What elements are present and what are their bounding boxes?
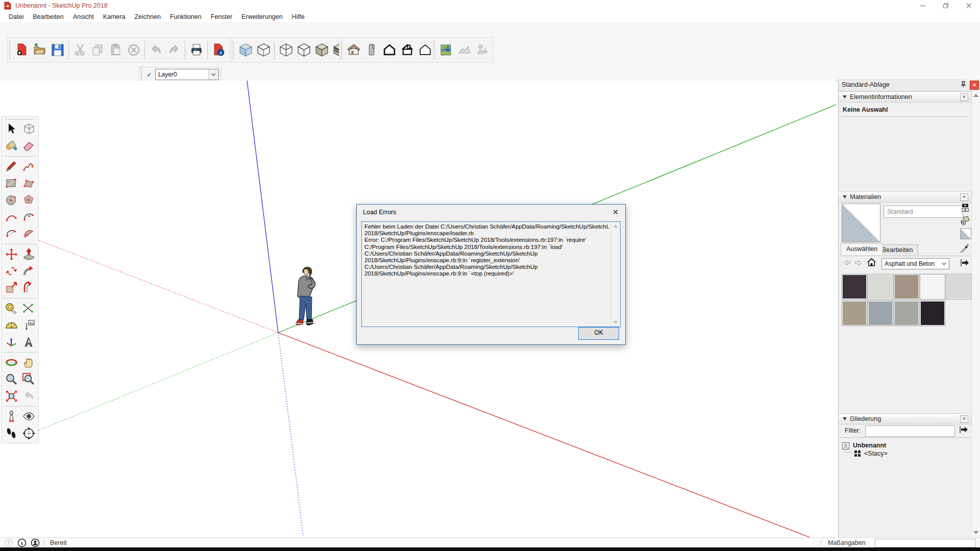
polygon-tool-button[interactable] bbox=[20, 192, 37, 209]
material-swatch[interactable] bbox=[868, 300, 893, 326]
back-edges-button[interactable] bbox=[254, 39, 272, 61]
material-sample-thumb[interactable] bbox=[960, 228, 971, 239]
secondary-pane-icon[interactable] bbox=[962, 204, 969, 212]
save-button[interactable] bbox=[48, 39, 66, 61]
open-button[interactable] bbox=[31, 39, 48, 61]
filter-arrow-icon[interactable] bbox=[959, 425, 968, 434]
scale-figure-stacy[interactable] bbox=[288, 266, 329, 338]
measurements-field[interactable] bbox=[875, 539, 976, 547]
menu-ansicht[interactable]: Ansicht bbox=[68, 12, 99, 21]
zoom-tool-button[interactable] bbox=[3, 371, 20, 388]
shaded-button[interactable] bbox=[312, 39, 330, 61]
circle-tool-button[interactable] bbox=[3, 192, 20, 209]
print-button[interactable] bbox=[187, 39, 205, 61]
scroll-down-icon[interactable] bbox=[613, 321, 618, 324]
orbit-tool-button[interactable] bbox=[3, 354, 20, 371]
minimize-icon[interactable] bbox=[911, 0, 934, 11]
material-swatch[interactable] bbox=[894, 300, 919, 326]
eraser-tool-button[interactable] bbox=[20, 138, 37, 155]
section-outliner-header[interactable]: Gliederung ✕ bbox=[839, 413, 971, 424]
tray-scrollbar[interactable] bbox=[971, 91, 980, 537]
scroll-up-icon[interactable] bbox=[613, 224, 618, 228]
follow-me-tool-button[interactable] bbox=[20, 263, 37, 280]
material-swatch[interactable] bbox=[894, 274, 919, 299]
dialog-titlebar[interactable]: Load Errors ✕ bbox=[357, 205, 625, 220]
menu-erweiterungen[interactable]: Erweiterungen bbox=[237, 12, 287, 21]
ok-button[interactable]: OK bbox=[578, 327, 619, 340]
view-right-button[interactable] bbox=[398, 39, 416, 61]
offset-tool-button[interactable] bbox=[20, 280, 37, 296]
pin-icon[interactable] bbox=[961, 81, 966, 88]
material-swatch[interactable] bbox=[842, 300, 867, 326]
sign-in-user-icon[interactable] bbox=[31, 538, 40, 547]
outliner-root-item[interactable]: Unbenannt bbox=[853, 442, 886, 449]
look-around-tool-button[interactable] bbox=[20, 408, 37, 425]
menu-hilfe[interactable]: Hilfe bbox=[287, 12, 309, 21]
tab-select[interactable]: Auswählen bbox=[841, 243, 883, 255]
layer-dropdown[interactable]: Layer0 bbox=[155, 69, 219, 80]
menu-kamera[interactable]: Kamera bbox=[99, 12, 130, 21]
menu-datei[interactable]: Datei bbox=[4, 12, 28, 21]
section-close-icon[interactable]: ✕ bbox=[960, 415, 968, 423]
arc-2point-tool-button[interactable] bbox=[3, 209, 20, 226]
3d-text-tool-button[interactable] bbox=[20, 334, 37, 350]
walk-tool-button[interactable] bbox=[3, 425, 20, 442]
scroll-up-icon[interactable] bbox=[973, 94, 978, 97]
filter-input[interactable] bbox=[865, 425, 955, 437]
dimension-tool-button[interactable] bbox=[20, 300, 37, 317]
section-materials-header[interactable]: Materialien ✕ bbox=[839, 191, 971, 203]
arc-tool-button[interactable] bbox=[20, 209, 37, 226]
freehand-tool-button[interactable] bbox=[20, 158, 37, 175]
arc-3point-tool-button[interactable] bbox=[3, 226, 20, 242]
scroll-down-icon[interactable] bbox=[973, 531, 978, 534]
material-name-field[interactable]: Standard bbox=[884, 206, 963, 218]
outliner-child-item[interactable]: <Stacy> bbox=[864, 450, 888, 457]
material-swatch[interactable] bbox=[842, 274, 867, 299]
section-close-icon[interactable]: ✕ bbox=[960, 93, 968, 101]
section-entity-info-header[interactable]: Elementinformationen ✕ bbox=[839, 91, 971, 103]
pie-tool-button[interactable] bbox=[20, 226, 37, 242]
model-info-button[interactable] bbox=[210, 39, 228, 61]
material-swatch[interactable] bbox=[920, 300, 945, 326]
add-location-button[interactable] bbox=[437, 39, 455, 61]
scale-tool-button[interactable] bbox=[3, 280, 20, 296]
tape-measure-tool-button[interactable] bbox=[3, 300, 20, 317]
close-icon[interactable] bbox=[957, 0, 980, 11]
rotated-rectangle-tool-button[interactable] bbox=[20, 175, 37, 192]
forward-arrow-icon[interactable] bbox=[854, 259, 863, 267]
rectangle-tool-button[interactable] bbox=[3, 175, 20, 192]
error-text-area[interactable]: Fehler beim Laden der Datei C:/Users/Chr… bbox=[361, 221, 621, 327]
section-plane-tool-button[interactable] bbox=[20, 425, 37, 442]
move-tool-button[interactable] bbox=[3, 246, 20, 263]
collapse-triangle-icon[interactable] bbox=[843, 95, 847, 98]
toolbar-grip[interactable] bbox=[433, 41, 435, 59]
dialog-close-icon[interactable]: ✕ bbox=[610, 207, 621, 217]
chevron-down-icon[interactable] bbox=[208, 69, 218, 80]
rotate-tool-button[interactable] bbox=[3, 263, 20, 280]
textarea-scrollbar[interactable] bbox=[611, 222, 620, 327]
push-pull-tool-button[interactable] bbox=[20, 246, 37, 263]
material-swatch[interactable] bbox=[868, 274, 893, 299]
pan-tool-button[interactable] bbox=[20, 354, 37, 371]
wireframe-button[interactable] bbox=[277, 39, 295, 61]
zoom-window-tool-button[interactable] bbox=[20, 371, 37, 388]
toolbar-grip[interactable] bbox=[340, 41, 342, 59]
material-collection-dropdown[interactable]: Asphalt und Beton bbox=[881, 258, 949, 269]
paint-bucket-tool-button[interactable] bbox=[3, 138, 20, 155]
menu-funktionen[interactable]: Funktionen bbox=[165, 12, 206, 21]
home-icon[interactable] bbox=[867, 258, 876, 267]
toolbar-grip[interactable] bbox=[9, 41, 11, 59]
position-camera-tool-button[interactable] bbox=[3, 408, 20, 425]
view-iso-button[interactable] bbox=[345, 39, 362, 61]
material-swatch[interactable] bbox=[920, 274, 945, 299]
make-component-tool-button[interactable] bbox=[20, 121, 37, 138]
menu-zeichnen[interactable]: Zeichnen bbox=[130, 12, 165, 21]
xray-button[interactable] bbox=[236, 39, 254, 61]
palette-grip[interactable] bbox=[6, 118, 34, 120]
view-back-button[interactable] bbox=[416, 39, 434, 61]
protractor-tool-button[interactable] bbox=[3, 317, 20, 334]
hidden-line-button[interactable] bbox=[295, 39, 312, 61]
details-arrow-icon[interactable] bbox=[960, 258, 969, 267]
select-tool-button[interactable] bbox=[3, 121, 20, 138]
credits-info-icon[interactable] bbox=[17, 538, 27, 547]
